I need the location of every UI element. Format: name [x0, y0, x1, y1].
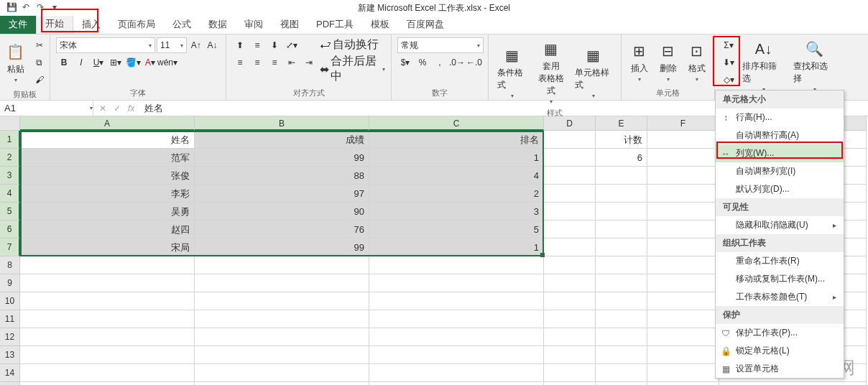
border-button[interactable]: ⊞▾ — [108, 55, 124, 70]
align-top-icon[interactable]: ⬆ — [232, 37, 248, 53]
align-right-icon[interactable]: ≡ — [267, 55, 282, 70]
cell[interactable] — [596, 346, 647, 364]
clear-icon[interactable]: ◇▾ — [721, 72, 737, 88]
cell[interactable]: 88 — [195, 167, 369, 185]
currency-icon[interactable]: $▾ — [397, 55, 413, 70]
font-color-button[interactable]: A▾ — [142, 55, 158, 70]
delete-cells-button[interactable]: ⊟删除▾ — [655, 37, 681, 86]
cell[interactable] — [544, 185, 596, 203]
cell[interactable] — [544, 328, 596, 346]
cell[interactable] — [596, 256, 647, 274]
cond-format-button[interactable]: ▦条件格式▾ — [494, 37, 530, 106]
cell[interactable] — [596, 310, 647, 328]
col-header-B[interactable]: B — [195, 116, 369, 131]
col-header-E[interactable]: E — [596, 116, 647, 131]
cell[interactable]: 6 — [596, 149, 647, 167]
cell[interactable] — [596, 167, 647, 185]
redo-icon[interactable]: ↷ — [34, 1, 46, 13]
menu-autofit-row[interactable]: 自动调整行高(A) — [716, 126, 844, 144]
cell[interactable]: 2 — [369, 185, 544, 203]
cell[interactable] — [647, 346, 719, 364]
cell[interactable] — [369, 364, 544, 382]
cell[interactable] — [20, 382, 195, 385]
cell[interactable]: 99 — [195, 149, 369, 167]
cell[interactable] — [20, 310, 195, 328]
format-cells-button[interactable]: ⊡格式▾ — [684, 37, 710, 86]
underline-button[interactable]: U▾ — [91, 55, 106, 70]
tab-pdf[interactable]: PDF工具 — [308, 15, 362, 34]
cell[interactable]: 宋局 — [20, 238, 195, 256]
cancel-formula-icon[interactable]: ✕ — [99, 103, 106, 113]
sort-filter-button[interactable]: A↓排序和筛选▾ — [739, 37, 788, 94]
menu-lock-cell[interactable]: 🔒锁定单元格(L) — [716, 342, 844, 360]
cell-style-button[interactable]: ▦单元格样式▾ — [572, 37, 615, 106]
cell[interactable]: 3 — [369, 203, 544, 221]
cell[interactable] — [369, 328, 544, 346]
cell[interactable]: 5 — [369, 221, 544, 238]
cell[interactable] — [544, 149, 596, 167]
merge-center-button[interactable]: ⬌合并后居中▾ — [320, 54, 385, 84]
tab-data[interactable]: 数据 — [200, 15, 236, 34]
row-header[interactable]: 12 — [0, 328, 20, 346]
align-bottom-icon[interactable]: ⬇ — [267, 37, 282, 53]
cell[interactable]: 赵四 — [20, 221, 195, 238]
cell[interactable] — [369, 274, 544, 292]
cell[interactable] — [544, 310, 596, 328]
indent-dec-icon[interactable]: ⇤ — [284, 55, 300, 70]
cell[interactable] — [647, 310, 719, 328]
font-name-combo[interactable]: 宋体▾ — [56, 37, 155, 53]
cell[interactable] — [195, 328, 369, 346]
cell[interactable] — [544, 238, 596, 256]
phonetic-button[interactable]: wén▾ — [160, 55, 175, 70]
cell[interactable] — [647, 328, 719, 346]
cell[interactable] — [195, 292, 369, 310]
cell[interactable] — [20, 274, 195, 292]
fx-icon[interactable]: fx — [128, 103, 134, 113]
col-header-D[interactable]: D — [544, 116, 596, 131]
cell[interactable] — [195, 346, 369, 364]
cell[interactable] — [596, 274, 647, 292]
undo-icon[interactable]: ↶ — [20, 1, 32, 13]
cell[interactable] — [195, 364, 369, 382]
cell[interactable]: 成绩 — [195, 131, 369, 149]
cell[interactable] — [544, 382, 596, 385]
cell[interactable] — [20, 364, 195, 382]
cell[interactable] — [596, 292, 647, 310]
cell[interactable] — [647, 238, 719, 256]
cell[interactable]: 1 — [369, 149, 544, 167]
cell[interactable] — [647, 274, 719, 292]
cell[interactable] — [544, 256, 596, 274]
row-header[interactable]: 2 — [0, 149, 20, 167]
dec-decimal-icon[interactable]: ←.0 — [466, 55, 482, 70]
align-left-icon[interactable]: ≡ — [232, 55, 248, 70]
tab-view[interactable]: 视图 — [272, 15, 308, 34]
menu-tab-color[interactable]: 工作表标签颜色(T)▸ — [716, 288, 844, 306]
cell[interactable] — [369, 346, 544, 364]
cell[interactable] — [544, 167, 596, 185]
cell[interactable] — [369, 310, 544, 328]
cell[interactable] — [369, 292, 544, 310]
row-header[interactable]: 10 — [0, 292, 20, 310]
row-header[interactable]: 11 — [0, 310, 20, 328]
cell[interactable]: 计数 — [596, 131, 647, 149]
tab-file[interactable]: 文件 — [0, 15, 36, 34]
cell[interactable]: 90 — [195, 203, 369, 221]
cell[interactable]: 97 — [195, 185, 369, 203]
row-header[interactable]: 7 — [0, 238, 20, 256]
italic-button[interactable]: I — [73, 55, 89, 70]
row-header[interactable]: 1 — [0, 131, 20, 149]
tab-template[interactable]: 模板 — [362, 15, 398, 34]
menu-hide-unhide[interactable]: 隐藏和取消隐藏(U)▸ — [716, 216, 844, 234]
col-header-A[interactable]: A — [20, 116, 195, 131]
menu-rename-sheet[interactable]: 重命名工作表(R) — [716, 252, 844, 270]
fill-icon[interactable]: ⬇▾ — [721, 55, 737, 70]
accept-formula-icon[interactable]: ✓ — [114, 103, 121, 113]
cell[interactable] — [20, 292, 195, 310]
cell[interactable] — [544, 221, 596, 238]
format-painter-icon[interactable]: 🖌 — [32, 72, 47, 88]
cell[interactable]: 吴勇 — [20, 203, 195, 221]
cell[interactable] — [647, 149, 719, 167]
menu-cell-format[interactable]: ▦设置单元格 — [716, 360, 844, 378]
find-select-button[interactable]: 🔍查找和选择▾ — [790, 37, 839, 94]
menu-default-width[interactable]: 默认列宽(D)... — [716, 180, 844, 198]
